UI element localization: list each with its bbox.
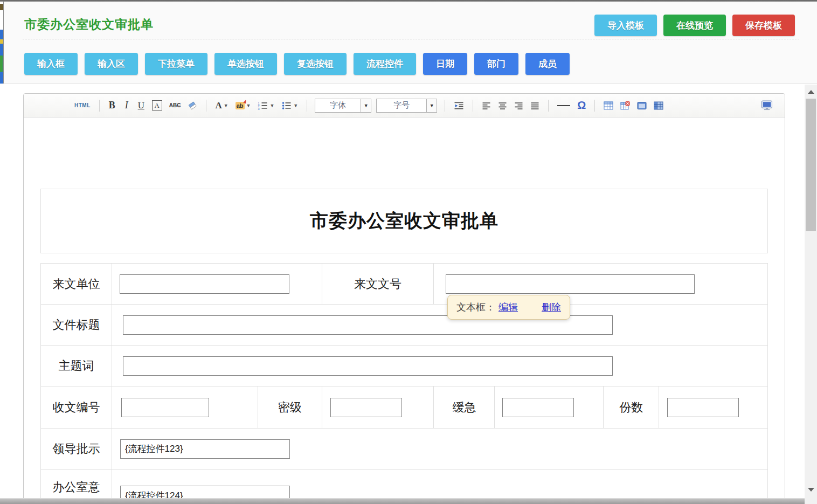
toolbar-separator [445,100,445,112]
receipt-number-input[interactable] [121,398,209,417]
align-center-icon[interactable] [497,99,508,113]
page-title: 市委办公室收文审批单 [24,16,154,33]
delete-link[interactable]: 删除 [542,301,561,314]
highlight-color-icon[interactable]: ab▼ [234,99,252,113]
cell-leader-comments [112,429,768,470]
horizontal-rule-icon[interactable] [556,99,571,113]
cell-secrecy [322,386,434,429]
remove-format-eraser-icon[interactable] [186,99,198,113]
label-secrecy: 密级 [258,386,322,429]
font-family-select[interactable]: 字体 ▼ [315,99,371,113]
tooltip-label: 文本框： [456,301,495,314]
widget-department-button[interactable]: 部门 [474,53,518,75]
toolbar-separator [473,100,473,112]
align-left-icon[interactable] [481,99,492,113]
source-unit-input[interactable] [120,274,289,294]
import-template-button[interactable]: 导入模板 [594,15,657,36]
chevron-down-icon: ▼ [361,99,371,112]
source-code-icon[interactable]: HTML [73,99,92,113]
widget-checkbox-button[interactable]: 复选按钮 [284,53,347,75]
widget-member-button[interactable]: 成员 [525,53,570,75]
doc-number-input[interactable] [446,274,695,294]
online-preview-button[interactable]: 在线预览 [663,15,726,36]
align-justify-icon[interactable] [529,99,541,113]
cell-copies [659,386,768,429]
editor-toolbar: HTML B I U A ABC A▼ ab▼ 123 ▼ ▼ 字体 ▼ 字号 … [24,94,785,118]
header-panel: 市委办公室收文审批单 导入模板 在线预览 保存模板 输入框 输入区 下拉菜单 单… [0,2,817,84]
ordered-list-icon[interactable]: 123 ▼ [257,99,275,113]
widget-input-box-button[interactable]: 输入框 [24,53,78,75]
scroll-down-arrow-icon[interactable] [805,484,817,495]
horizontal-scrollbar[interactable] [0,498,805,504]
table-row: 文件标题 [41,305,768,346]
form-title-box: 市委办公室收文审批单 [40,189,768,253]
format-block-icon[interactable]: A [152,100,162,111]
richtext-editor-panel: HTML B I U A ABC A▼ ab▼ 123 ▼ ▼ 字体 ▼ 字号 … [23,93,785,504]
table-properties-icon[interactable] [636,99,648,113]
form-table: 来文单位 来文文号 文件标题 主题词 [40,263,768,504]
urgency-input[interactable] [502,398,574,417]
label-doc-number: 来文文号 [322,264,434,305]
widget-radio-button[interactable]: 单选按钮 [214,53,277,75]
label-source-unit: 来文单位 [41,264,112,305]
edit-link[interactable]: 编辑 [498,301,518,314]
scroll-up-arrow-icon[interactable] [805,86,817,98]
indent-icon[interactable] [453,99,465,113]
underline-icon[interactable]: U [136,99,146,113]
cell-keywords [112,346,768,386]
font-size-select[interactable]: 字号 ▼ [376,99,437,113]
vertical-scrollbar[interactable] [805,85,817,504]
font-color-icon[interactable]: A▼ [214,99,229,113]
label-receipt-number: 收文编号 [41,386,112,429]
bold-icon[interactable]: B [107,99,117,113]
widget-flow-control-button[interactable]: 流程控件 [354,53,416,75]
cell-properties-icon[interactable] [653,99,664,113]
table-row: 收文编号 密级 缓急 份数 [41,386,768,429]
editor-content-area[interactable]: 市委办公室收文审批单 来文单位 来文文号 文件标题 [24,118,785,504]
insert-table-icon[interactable] [603,99,614,113]
secrecy-input[interactable] [330,398,402,417]
toolbar-separator [99,100,100,112]
widget-textarea-button[interactable]: 输入区 [85,53,138,75]
widget-date-button[interactable]: 日期 [423,53,467,75]
delete-table-icon[interactable] [619,99,631,113]
chevron-down-icon: ▼ [426,99,437,112]
svg-text:3: 3 [258,107,260,110]
background-window-fragment [0,2,4,84]
keywords-input[interactable] [123,356,613,376]
italic-icon[interactable]: I [122,99,131,113]
widget-dropdown-button[interactable]: 下拉菜单 [145,53,207,75]
cell-urgency [495,386,604,429]
toolbar-separator [206,100,206,112]
align-right-icon[interactable] [513,99,524,113]
dashed-divider [23,39,799,39]
toolbar-separator [307,100,307,112]
table-row: 来文单位 来文文号 [41,264,768,305]
cell-source-unit [112,264,322,305]
fragment-decor [0,56,3,72]
chevron-down-icon: ▼ [224,103,229,108]
fullscreen-icon[interactable] [760,99,774,113]
strikethrough-icon[interactable]: ABC [168,99,182,113]
label-keywords: 主题词 [41,346,112,386]
cell-receipt-number [112,386,258,429]
label-urgency: 缓急 [434,386,495,429]
chevron-down-icon: ▼ [269,103,274,108]
fragment-decor [0,4,3,10]
label-leader-comments: 领导批示 [41,429,112,470]
cell-doc-title [112,305,768,346]
special-char-icon[interactable]: Ω [576,99,587,113]
fragment-decor [0,39,3,44]
save-template-button[interactable]: 保存模板 [732,15,795,36]
toolbar-separator [548,100,549,112]
copies-input[interactable] [667,398,739,417]
control-hover-tooltip: 文本框： 编辑 删除 [447,295,570,320]
label-doc-title: 文件标题 [41,305,112,346]
widget-button-row: 输入框 输入区 下拉菜单 单选按钮 复选按钮 流程控件 日期 部门 成员 [24,53,570,75]
chevron-down-icon: ▼ [246,103,251,108]
leader-comments-input[interactable] [120,439,290,459]
template-action-buttons: 导入模板 在线预览 保存模板 [594,15,795,36]
scrollbar-thumb[interactable] [806,99,816,231]
window-top-edge [0,0,817,2]
unordered-list-icon[interactable]: ▼ [280,99,299,113]
